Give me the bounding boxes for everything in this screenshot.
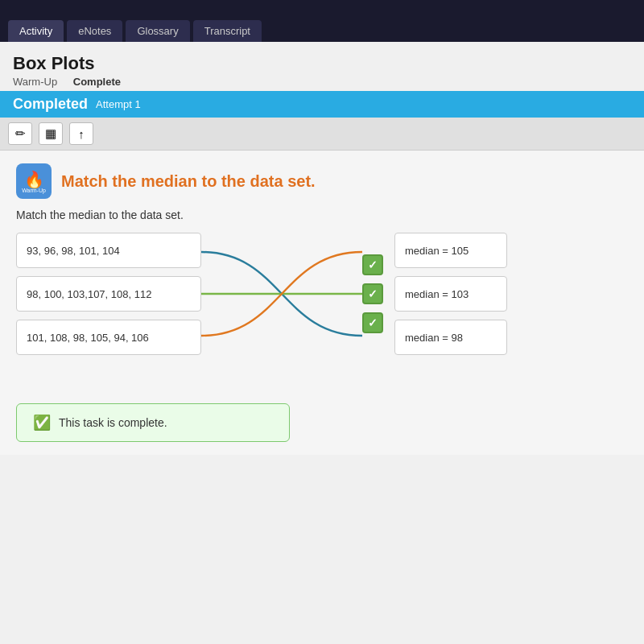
- right-item-2: median = 103: [394, 276, 507, 312]
- right-item-3: median = 98: [394, 320, 507, 355]
- instruction-text: Match the median to the data set.: [16, 208, 628, 221]
- status-bar: Completed Attempt 1: [0, 91, 644, 118]
- upload-button[interactable]: ↑: [69, 122, 93, 145]
- complete-text: This task is complete.: [59, 416, 167, 429]
- page-title: Box Plots: [13, 53, 631, 74]
- check-column: ✓ ✓ ✓: [362, 254, 386, 333]
- tab-glossary[interactable]: Glossary: [126, 20, 189, 42]
- calculator-button[interactable]: ▦: [39, 122, 63, 145]
- top-navigation: Activity eNotes Glossary Transcript: [0, 0, 644, 42]
- breadcrumb-separator: [64, 76, 67, 88]
- warmup-icon: 🔥 Warm-Up: [16, 163, 52, 199]
- question-title: Match the median to the data set.: [61, 172, 316, 191]
- question-header: 🔥 Warm-Up Match the median to the data s…: [16, 163, 628, 199]
- complete-notice: ✅ This task is complete.: [16, 403, 290, 442]
- connection-lines: [201, 234, 362, 353]
- matching-container: 93, 96, 98, 101, 104 98, 100, 103,107, 1…: [16, 233, 628, 355]
- check-3: ✓: [362, 312, 383, 333]
- attempt-label: Attempt 1: [96, 98, 141, 110]
- right-item-1: median = 105: [394, 233, 507, 268]
- left-item-1: 93, 96, 98, 101, 104: [16, 233, 201, 268]
- tab-enotes[interactable]: eNotes: [67, 20, 122, 42]
- main-content: Box Plots Warm-Up Complete Completed Att…: [0, 42, 644, 644]
- complete-check-icon: ✅: [33, 414, 51, 431]
- breadcrumb: Warm-Up Complete: [13, 76, 631, 88]
- activity-area: 🔥 Warm-Up Match the median to the data s…: [0, 151, 644, 455]
- left-column: 93, 96, 98, 101, 104 98, 100, 103,107, 1…: [16, 233, 201, 355]
- breadcrumb-complete: Complete: [73, 76, 121, 88]
- right-column: median = 105 median = 103 median = 98: [394, 233, 507, 355]
- tab-activity[interactable]: Activity: [8, 20, 64, 42]
- pencil-button[interactable]: ✏: [8, 122, 32, 145]
- left-item-2: 98, 100, 103,107, 108, 112: [16, 276, 201, 312]
- tab-transcript[interactable]: Transcript: [193, 20, 262, 42]
- page-header: Box Plots Warm-Up Complete: [0, 42, 644, 91]
- left-item-3: 101, 108, 98, 105, 94, 106: [16, 320, 201, 355]
- breadcrumb-warmup: Warm-Up: [13, 76, 57, 88]
- warmup-icon-label: Warm-Up: [22, 188, 46, 193]
- toolbar: ✏ ▦ ↑: [0, 118, 644, 151]
- check-2: ✓: [362, 283, 383, 304]
- check-1: ✓: [362, 254, 383, 275]
- flame-icon: 🔥: [24, 170, 44, 189]
- status-label: Completed: [13, 96, 88, 113]
